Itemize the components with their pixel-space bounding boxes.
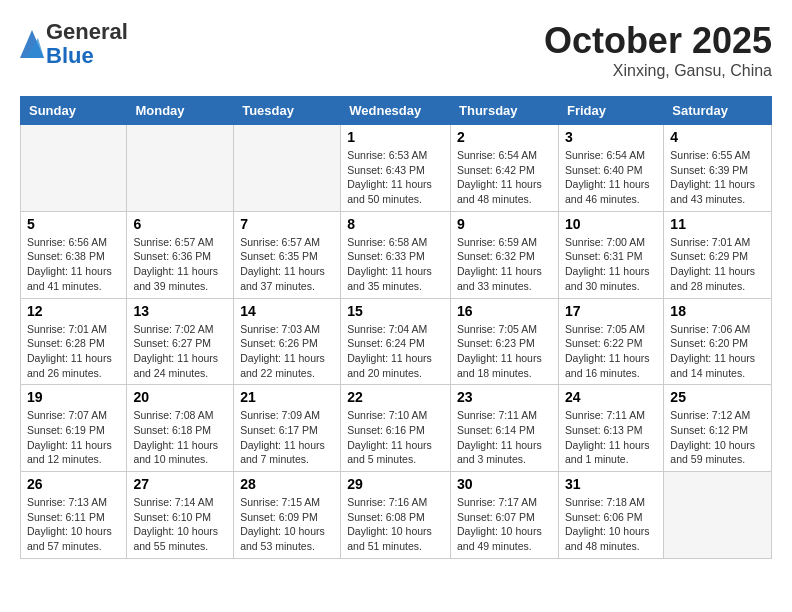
day-number: 8 (347, 216, 444, 232)
calendar-cell: 21Sunrise: 7:09 AMSunset: 6:17 PMDayligh… (234, 385, 341, 472)
header-sunday: Sunday (21, 97, 127, 125)
day-number: 7 (240, 216, 334, 232)
day-info: Sunrise: 6:58 AMSunset: 6:33 PMDaylight:… (347, 235, 444, 294)
day-number: 14 (240, 303, 334, 319)
day-number: 5 (27, 216, 120, 232)
day-info: Sunrise: 7:12 AMSunset: 6:12 PMDaylight:… (670, 408, 765, 467)
day-number: 1 (347, 129, 444, 145)
calendar-cell: 9Sunrise: 6:59 AMSunset: 6:32 PMDaylight… (451, 211, 559, 298)
day-info: Sunrise: 7:05 AMSunset: 6:22 PMDaylight:… (565, 322, 657, 381)
calendar-cell: 15Sunrise: 7:04 AMSunset: 6:24 PMDayligh… (341, 298, 451, 385)
day-number: 17 (565, 303, 657, 319)
day-number: 22 (347, 389, 444, 405)
day-number: 28 (240, 476, 334, 492)
calendar-cell: 2Sunrise: 6:54 AMSunset: 6:42 PMDaylight… (451, 125, 559, 212)
header-wednesday: Wednesday (341, 97, 451, 125)
calendar-cell: 30Sunrise: 7:17 AMSunset: 6:07 PMDayligh… (451, 472, 559, 559)
day-info: Sunrise: 7:08 AMSunset: 6:18 PMDaylight:… (133, 408, 227, 467)
day-number: 29 (347, 476, 444, 492)
day-info: Sunrise: 7:15 AMSunset: 6:09 PMDaylight:… (240, 495, 334, 554)
header-thursday: Thursday (451, 97, 559, 125)
logo-icon (20, 30, 44, 58)
header-tuesday: Tuesday (234, 97, 341, 125)
day-number: 19 (27, 389, 120, 405)
day-number: 12 (27, 303, 120, 319)
calendar-cell: 4Sunrise: 6:55 AMSunset: 6:39 PMDaylight… (664, 125, 772, 212)
calendar-cell: 24Sunrise: 7:11 AMSunset: 6:13 PMDayligh… (558, 385, 663, 472)
month-title: October 2025 (544, 20, 772, 62)
calendar-cell: 19Sunrise: 7:07 AMSunset: 6:19 PMDayligh… (21, 385, 127, 472)
day-info: Sunrise: 7:10 AMSunset: 6:16 PMDaylight:… (347, 408, 444, 467)
logo-blue: Blue (46, 43, 94, 68)
day-info: Sunrise: 7:01 AMSunset: 6:28 PMDaylight:… (27, 322, 120, 381)
day-number: 9 (457, 216, 552, 232)
day-info: Sunrise: 6:59 AMSunset: 6:32 PMDaylight:… (457, 235, 552, 294)
title-block: October 2025 Xinxing, Gansu, China (544, 20, 772, 80)
calendar-cell: 3Sunrise: 6:54 AMSunset: 6:40 PMDaylight… (558, 125, 663, 212)
day-number: 21 (240, 389, 334, 405)
calendar-cell: 8Sunrise: 6:58 AMSunset: 6:33 PMDaylight… (341, 211, 451, 298)
day-number: 23 (457, 389, 552, 405)
day-number: 3 (565, 129, 657, 145)
day-number: 13 (133, 303, 227, 319)
calendar-cell: 17Sunrise: 7:05 AMSunset: 6:22 PMDayligh… (558, 298, 663, 385)
calendar-cell: 10Sunrise: 7:00 AMSunset: 6:31 PMDayligh… (558, 211, 663, 298)
day-info: Sunrise: 7:14 AMSunset: 6:10 PMDaylight:… (133, 495, 227, 554)
calendar-cell: 6Sunrise: 6:57 AMSunset: 6:36 PMDaylight… (127, 211, 234, 298)
calendar-cell: 16Sunrise: 7:05 AMSunset: 6:23 PMDayligh… (451, 298, 559, 385)
day-info: Sunrise: 7:05 AMSunset: 6:23 PMDaylight:… (457, 322, 552, 381)
calendar-row-3: 12Sunrise: 7:01 AMSunset: 6:28 PMDayligh… (21, 298, 772, 385)
calendar-cell: 7Sunrise: 6:57 AMSunset: 6:35 PMDaylight… (234, 211, 341, 298)
day-info: Sunrise: 6:55 AMSunset: 6:39 PMDaylight:… (670, 148, 765, 207)
calendar-cell: 18Sunrise: 7:06 AMSunset: 6:20 PMDayligh… (664, 298, 772, 385)
day-number: 15 (347, 303, 444, 319)
calendar-cell: 5Sunrise: 6:56 AMSunset: 6:38 PMDaylight… (21, 211, 127, 298)
calendar-cell (664, 472, 772, 559)
calendar-cell (127, 125, 234, 212)
calendar-cell: 20Sunrise: 7:08 AMSunset: 6:18 PMDayligh… (127, 385, 234, 472)
day-number: 18 (670, 303, 765, 319)
calendar-cell (234, 125, 341, 212)
calendar-header-row: Sunday Monday Tuesday Wednesday Thursday… (21, 97, 772, 125)
calendar-cell: 31Sunrise: 7:18 AMSunset: 6:06 PMDayligh… (558, 472, 663, 559)
day-number: 26 (27, 476, 120, 492)
day-info: Sunrise: 7:06 AMSunset: 6:20 PMDaylight:… (670, 322, 765, 381)
day-number: 25 (670, 389, 765, 405)
calendar-cell: 14Sunrise: 7:03 AMSunset: 6:26 PMDayligh… (234, 298, 341, 385)
day-info: Sunrise: 7:01 AMSunset: 6:29 PMDaylight:… (670, 235, 765, 294)
day-number: 31 (565, 476, 657, 492)
calendar-row-1: 1Sunrise: 6:53 AMSunset: 6:43 PMDaylight… (21, 125, 772, 212)
day-info: Sunrise: 7:13 AMSunset: 6:11 PMDaylight:… (27, 495, 120, 554)
day-info: Sunrise: 7:03 AMSunset: 6:26 PMDaylight:… (240, 322, 334, 381)
day-info: Sunrise: 7:18 AMSunset: 6:06 PMDaylight:… (565, 495, 657, 554)
day-number: 27 (133, 476, 227, 492)
day-info: Sunrise: 7:04 AMSunset: 6:24 PMDaylight:… (347, 322, 444, 381)
header: General Blue October 2025 Xinxing, Gansu… (20, 20, 772, 80)
day-number: 20 (133, 389, 227, 405)
day-number: 24 (565, 389, 657, 405)
calendar-cell: 23Sunrise: 7:11 AMSunset: 6:14 PMDayligh… (451, 385, 559, 472)
header-friday: Friday (558, 97, 663, 125)
day-info: Sunrise: 7:07 AMSunset: 6:19 PMDaylight:… (27, 408, 120, 467)
calendar-cell: 28Sunrise: 7:15 AMSunset: 6:09 PMDayligh… (234, 472, 341, 559)
day-info: Sunrise: 7:11 AMSunset: 6:13 PMDaylight:… (565, 408, 657, 467)
day-info: Sunrise: 6:57 AMSunset: 6:35 PMDaylight:… (240, 235, 334, 294)
day-info: Sunrise: 7:00 AMSunset: 6:31 PMDaylight:… (565, 235, 657, 294)
calendar-cell (21, 125, 127, 212)
day-info: Sunrise: 7:17 AMSunset: 6:07 PMDaylight:… (457, 495, 552, 554)
day-info: Sunrise: 6:53 AMSunset: 6:43 PMDaylight:… (347, 148, 444, 207)
calendar-cell: 13Sunrise: 7:02 AMSunset: 6:27 PMDayligh… (127, 298, 234, 385)
location: Xinxing, Gansu, China (544, 62, 772, 80)
day-number: 11 (670, 216, 765, 232)
calendar-row-2: 5Sunrise: 6:56 AMSunset: 6:38 PMDaylight… (21, 211, 772, 298)
calendar-cell: 11Sunrise: 7:01 AMSunset: 6:29 PMDayligh… (664, 211, 772, 298)
calendar-row-4: 19Sunrise: 7:07 AMSunset: 6:19 PMDayligh… (21, 385, 772, 472)
day-info: Sunrise: 6:57 AMSunset: 6:36 PMDaylight:… (133, 235, 227, 294)
calendar-cell: 1Sunrise: 6:53 AMSunset: 6:43 PMDaylight… (341, 125, 451, 212)
day-number: 2 (457, 129, 552, 145)
calendar: Sunday Monday Tuesday Wednesday Thursday… (20, 96, 772, 559)
calendar-cell: 29Sunrise: 7:16 AMSunset: 6:08 PMDayligh… (341, 472, 451, 559)
calendar-cell: 27Sunrise: 7:14 AMSunset: 6:10 PMDayligh… (127, 472, 234, 559)
calendar-cell: 22Sunrise: 7:10 AMSunset: 6:16 PMDayligh… (341, 385, 451, 472)
day-number: 16 (457, 303, 552, 319)
